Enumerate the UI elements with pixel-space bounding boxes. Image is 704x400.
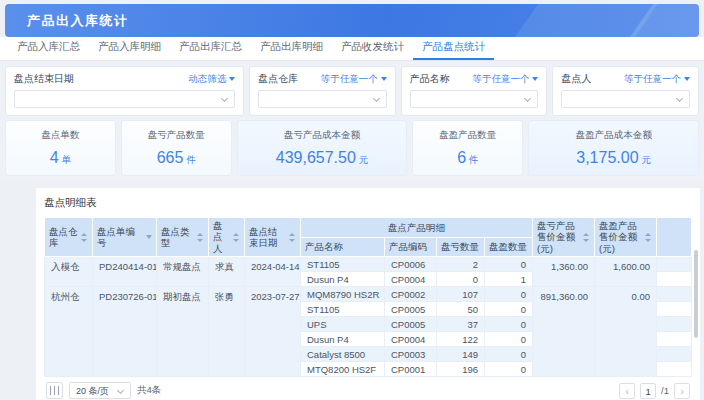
stat-unit: 单: [62, 154, 72, 165]
sort-icon[interactable]: [233, 233, 240, 242]
cell-product-name: MQM8790 HS2R: [301, 287, 385, 302]
column-header-type[interactable]: 盘点类型: [157, 218, 209, 257]
table-header-row-1: 盘点仓库盘点单编号盘点类型盘点人盘点结束日期盘点产品明细盘亏产品售价金额(元)盘…: [45, 218, 692, 238]
stat-cards: 盘点单数4单盘亏产品数量665件盘亏产品成本金额439,657.50元盘盈产品数…: [0, 120, 704, 182]
filter-card-1: 盘点结束日期动态筛选: [5, 66, 244, 116]
filter-select[interactable]: [258, 90, 387, 108]
cell-surplus-qty: 0: [485, 302, 533, 317]
cell-loss-qty: 50: [437, 302, 485, 317]
filter-card-3: 产品名称等于任意一个: [401, 66, 548, 116]
cell-type: 常规盘点: [157, 257, 209, 287]
cell-product-code: CP0004: [385, 272, 437, 287]
cell-surplus-qty: 0: [485, 287, 533, 302]
caret-down-icon: [532, 77, 538, 81]
cell-surplus-qty: 0: [485, 317, 533, 332]
table-scrollbar[interactable]: [694, 250, 698, 338]
cell-loss-qty: 0: [437, 272, 485, 287]
column-header-warehouse[interactable]: 盘点仓库: [45, 218, 93, 257]
sort-icon[interactable]: [583, 233, 590, 242]
column-header-order-no[interactable]: 盘点单编号: [93, 218, 157, 257]
cell-product-code: CP0005: [385, 302, 437, 317]
current-page-button[interactable]: 1: [640, 383, 656, 399]
filter-select[interactable]: [561, 90, 690, 108]
filter-select[interactable]: [410, 90, 539, 108]
cell-surplus-qty: 0: [485, 332, 533, 347]
caret-down-icon: [229, 77, 235, 81]
total-count: 共4条: [137, 384, 161, 397]
column-header-product-name[interactable]: 产品名称: [301, 237, 385, 257]
sort-icon[interactable]: [289, 233, 296, 242]
column-header-empty[interactable]: [657, 218, 692, 257]
cell-order-no: PD240414-01: [93, 257, 157, 287]
cell-surplus-qty: 0: [485, 257, 533, 272]
detail-section: 盘点明细表 盘点仓库盘点单编号盘点类型盘点人盘点结束日期盘点产品明细盘亏产品售价…: [36, 188, 700, 400]
column-header-product-group[interactable]: 盘点产品明细: [301, 218, 533, 238]
cell-product-name: Catalyst 8500: [301, 347, 385, 362]
cell-surplus-amount: 0.00: [595, 287, 657, 377]
cell-loss-qty: 37: [437, 317, 485, 332]
stat-value: 439,657.50元: [276, 149, 369, 167]
cell-end-date: 2024-04-14: [245, 257, 301, 287]
stat-unit: 件: [186, 154, 196, 165]
page-title: 产品出入库统计: [27, 12, 129, 30]
cell-person: 求真: [209, 257, 245, 287]
column-header-loss-amount[interactable]: 盘亏产品售价金额(元): [533, 218, 595, 257]
tab-6-active[interactable]: 产品盘点统计: [413, 35, 494, 60]
stat-label: 盘点单数: [41, 129, 79, 142]
filter-caret-icon[interactable]: [146, 235, 152, 239]
cell-type: 期初盘点: [157, 287, 209, 377]
tab-4[interactable]: 产品出库明细: [251, 35, 332, 60]
sort-icon[interactable]: [645, 233, 652, 242]
filter-bar: 盘点结束日期动态筛选盘点仓库等于任意一个产品名称等于任意一个盘点人等于任意一个: [0, 61, 704, 120]
filter-operator-link[interactable]: 等于任意一个: [472, 73, 538, 86]
stat-value: 665件: [157, 149, 196, 167]
filter-operator-link[interactable]: 动态筛选: [188, 73, 235, 86]
tab-1[interactable]: 产品入库汇总: [8, 35, 89, 60]
cell-product-code: CP0003: [385, 347, 437, 362]
stat-label: 盘亏产品成本金额: [284, 129, 360, 142]
caret-down-icon: [684, 77, 690, 81]
column-settings-icon[interactable]: [46, 382, 63, 399]
tab-3[interactable]: 产品出库汇总: [170, 35, 251, 60]
table-footer: 20 条/页 共4条 ‹ 1 /1 ›: [44, 377, 692, 400]
page-header-banner: 产品出入库统计: [5, 4, 699, 37]
cell-loss-qty: 149: [437, 347, 485, 362]
cell-loss-qty: 107: [437, 287, 485, 302]
prev-page-button[interactable]: ‹: [619, 383, 635, 399]
cell-warehouse: 入模仓: [45, 257, 93, 287]
tab-5[interactable]: 产品收发统计: [332, 35, 413, 60]
column-header-end-date[interactable]: 盘点结束日期: [245, 218, 301, 257]
column-header-surplus-qty[interactable]: 盘盈数量: [485, 237, 533, 257]
cell-person: 张勇: [209, 287, 245, 377]
column-header-surplus-amount[interactable]: 盘盈产品售价金额(元): [595, 218, 657, 257]
cell-surplus-qty: 0: [485, 362, 533, 377]
cell-warehouse: 杭州仓: [45, 287, 93, 377]
column-header-product-code[interactable]: 产品编码: [385, 237, 437, 257]
table-body: 入模仓PD240414-01常规盘点求真2024-04-14ST1105CP00…: [45, 257, 692, 377]
cell-product-code: CP0001: [385, 362, 437, 377]
cell-end-date: 2023-07-27: [245, 287, 301, 377]
stat-value: 6件: [457, 149, 478, 167]
filter-operator-link[interactable]: 等于任意一个: [624, 73, 690, 86]
cell-surplus-amount: 1,600.00: [595, 257, 657, 287]
filter-select[interactable]: [14, 90, 235, 108]
cell-product-name: Dusun P4: [301, 272, 385, 287]
next-page-button[interactable]: ›: [674, 383, 690, 399]
chevron-down-icon: [524, 95, 531, 102]
sort-icon[interactable]: [81, 233, 88, 242]
tab-2[interactable]: 产品入库明细: [89, 35, 170, 60]
cell-loss-qty: 122: [437, 332, 485, 347]
table-header: 盘点仓库盘点单编号盘点类型盘点人盘点结束日期盘点产品明细盘亏产品售价金额(元)盘…: [45, 218, 692, 257]
filter-operator-link[interactable]: 等于任意一个: [321, 73, 387, 86]
page-size-select[interactable]: 20 条/页: [69, 382, 131, 399]
sort-icon[interactable]: [197, 233, 204, 242]
filter-card-4: 盘点人等于任意一个: [552, 66, 699, 116]
inventory-detail-table: 盘点仓库盘点单编号盘点类型盘点人盘点结束日期盘点产品明细盘亏产品售价金额(元)盘…: [44, 217, 692, 377]
column-header-loss-qty[interactable]: 盘亏数量: [437, 237, 485, 257]
chevron-down-icon: [221, 95, 228, 102]
cell-product-code: CP0004: [385, 332, 437, 347]
cell-product-name: ST1105: [301, 257, 385, 272]
filter-label: 盘点仓库: [258, 72, 298, 86]
cell-loss-qty: 196: [437, 362, 485, 377]
column-header-person[interactable]: 盘点人: [209, 218, 245, 257]
